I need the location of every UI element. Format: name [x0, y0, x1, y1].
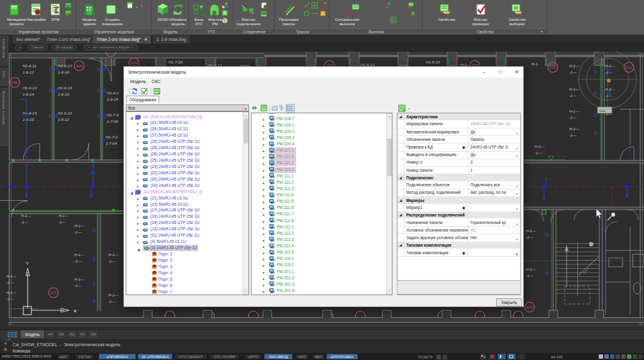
svg-text:Y: Y [26, 261, 29, 266]
svg-text:Н-1---: Н-1--- [74, 223, 84, 228]
svg-text:-1---: -1--- [526, 235, 533, 239]
svg-text:Н-1---: Н-1--- [605, 64, 615, 68]
svg-text:Н1-6-11: Н1-6-11 [23, 64, 36, 68]
svg-text:Н-1---: Н-1--- [108, 252, 118, 257]
svg-text:Н-1---: Н-1--- [526, 228, 536, 233]
svg-text:-1---: -1--- [21, 220, 28, 224]
svg-text:-1---: -1--- [526, 273, 533, 278]
svg-text:1-6-20: 1-6-20 [58, 92, 69, 96]
svg-text:-1---: -1--- [6, 296, 14, 301]
svg-text:1-7-04: 1-7-04 [106, 141, 117, 145]
svg-text:Н-1---: Н-1--- [21, 213, 31, 218]
svg-text:204: 204 [131, 60, 138, 65]
svg-text:Н-1---: Н-1--- [6, 290, 16, 295]
svg-text:-1---: -1--- [6, 280, 14, 284]
svg-text:-1---: -1--- [535, 150, 542, 155]
svg-text:-1---: -1--- [569, 70, 577, 74]
svg-text:-1---: -1--- [569, 93, 577, 98]
svg-text:Н1-6-19: Н1-6-19 [58, 86, 72, 90]
svg-text:Н-1---: Н-1--- [108, 293, 118, 297]
svg-text:Н-1---: Н-1--- [569, 87, 579, 91]
svg-text:1-6-14: 1-6-14 [23, 92, 34, 96]
svg-text:202: 202 [11, 80, 18, 84]
svg-text:Н-1---: Н-1--- [74, 277, 84, 281]
svg-text:Н-1---: Н-1--- [58, 213, 69, 218]
svg-text:Н-1-: Н-1- [531, 62, 539, 66]
svg-text:Сво: Сво [599, 109, 606, 113]
svg-text:1-7-02: 1-7-02 [107, 119, 118, 123]
svg-text:Н1-6-15: Н1-6-15 [23, 111, 37, 115]
svg-text:1-6-16: 1-6-16 [23, 117, 34, 121]
svg-text:203: 203 [76, 64, 83, 68]
svg-text:Н1-6-17: Н1-6-17 [58, 64, 72, 68]
svg-text:-1---: -1--- [74, 259, 82, 263]
svg-text:1-6-12: 1-6-12 [23, 70, 34, 74]
svg-text:Н-1---: Н-1--- [74, 252, 84, 257]
svg-text:221: 221 [50, 290, 57, 295]
svg-text:Н1-8-23: Н1-8-23 [426, 60, 440, 64]
svg-text:Н-1---: Н-1--- [569, 109, 579, 113]
svg-text:Н-1---: Н-1--- [569, 64, 579, 68]
svg-text:211: 211 [626, 65, 632, 69]
svg-text:Н1-7-0: Н1-7-0 [107, 113, 119, 117]
svg-text:✕: ✕ [73, 308, 77, 314]
svg-text:Н-1---: Н-1--- [569, 127, 579, 131]
svg-text:210: 210 [550, 65, 557, 69]
svg-text:Н-1---: Н-1--- [6, 274, 16, 278]
svg-text:1-6-22: 1-6-22 [58, 117, 69, 121]
svg-text:-1---: -1--- [605, 70, 613, 74]
svg-text:Н-1---: Н-1--- [605, 87, 615, 91]
svg-text:-1---: -1--- [108, 259, 116, 263]
svg-text:-1---: -1--- [74, 230, 82, 234]
svg-text:Н1-6-13: Н1-6-13 [23, 86, 37, 90]
svg-text:215: 215 [526, 305, 533, 309]
svg-text:-1---: -1--- [58, 220, 66, 224]
svg-text:Н-1---: Н-1--- [535, 144, 545, 149]
svg-text:-1---: -1--- [569, 133, 577, 137]
svg-text:1-6-18: 1-6-18 [58, 70, 69, 74]
svg-text:-1---: -1--- [108, 299, 116, 303]
svg-text:Н1-7-05: Н1-7-05 [169, 60, 183, 64]
svg-text:Н1-7-0: Н1-7-0 [106, 135, 118, 139]
svg-text:1-6-24: 1-6-24 [107, 97, 118, 101]
svg-text:-1---: -1--- [569, 115, 577, 120]
svg-text:Н-1---: Н-1--- [526, 267, 536, 271]
svg-text:Н1-6-21: Н1-6-21 [58, 111, 72, 115]
svg-text:-1---: -1--- [74, 283, 82, 288]
svg-text:Н1-6-2: Н1-6-2 [107, 91, 119, 95]
